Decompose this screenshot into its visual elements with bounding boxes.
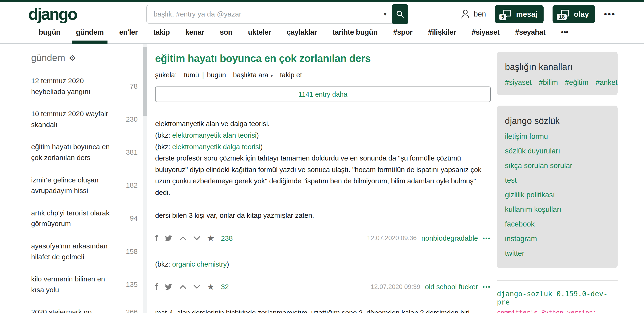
header-more-menu[interactable]: •••: [604, 9, 616, 19]
topic-list-item-count: 381: [126, 148, 138, 156]
filter-all-link[interactable]: tümü: [184, 71, 199, 79]
tab-gündem[interactable]: gündem: [76, 28, 104, 43]
footer-divider: [497, 280, 618, 281]
topic-list-item[interactable]: kilo vermenin bilinen en kısa yolu135: [31, 274, 138, 295]
favorite-star-icon[interactable]: ★: [207, 282, 214, 291]
filter-group: tümü | bugün: [184, 71, 226, 79]
topic-list-item-title: 10 temmuz 2020 wayfair skandalı: [31, 108, 118, 130]
topic-list-item-count: 230: [126, 115, 138, 123]
main-nav: bugüngündemen'lertakipkenarsonuktelerçay…: [0, 26, 644, 44]
tab-#ilişkiler[interactable]: #ilişkiler: [428, 28, 456, 43]
topic-list-item[interactable]: izmir'e gelince oluşan avrupadayım hissi…: [31, 175, 138, 196]
messages-label: mesaj: [516, 10, 538, 18]
channel-tag-#eğitim[interactable]: #eğitim: [565, 78, 588, 87]
sidebar-scrollbar-track: [143, 44, 146, 313]
tab-ukteler[interactable]: ukteler: [248, 28, 271, 43]
upvote-icon[interactable]: [179, 284, 187, 290]
search-in-topic-link[interactable]: başlıkta ara▾: [233, 71, 273, 79]
header-right-cluster: ben 5 mesaj 18 olay •••: [460, 5, 616, 23]
topic-list-item[interactable]: ayasofya'nın arkasından hilafet de gelme…: [31, 241, 138, 262]
site-link-gizlilik-politikası[interactable]: gizlilik politikası: [505, 191, 610, 199]
tab-bugün[interactable]: bugün: [39, 28, 60, 43]
site-link-instagram[interactable]: instagram: [505, 234, 610, 243]
bkz-link[interactable]: organic chemistry: [172, 260, 227, 268]
topic-list-item-title: izmir'e gelince oluşan avrupadayım hissi: [31, 175, 118, 196]
topic-list-item[interactable]: eğitim hayatı boyunca en çok zorlanılan …: [31, 142, 138, 163]
tab-takip[interactable]: takip: [153, 28, 170, 43]
bkz-link[interactable]: elektromanyetik dalga teorisi: [172, 143, 260, 150]
topic-channels-box: başlığın kanalları #siyaset#bilim#eğitim…: [497, 52, 618, 95]
share-twitter-icon[interactable]: [164, 283, 173, 290]
search-button[interactable]: [392, 4, 408, 24]
site-link-test[interactable]: test: [505, 176, 610, 184]
topic-view: eğitim hayatı boyunca en çok zorlanılan …: [155, 44, 491, 313]
follow-topic-link[interactable]: takip et: [280, 71, 302, 79]
favorite-star-icon[interactable]: ★: [207, 234, 214, 242]
topic-list-item-count: 266: [126, 308, 138, 313]
entry-meta: 12.07.2020 09:36nonbiodegradable•••: [367, 234, 491, 242]
tab-tarihte-bugün[interactable]: tarihte bugün: [332, 28, 378, 43]
tab-#siyaset[interactable]: #siyaset: [472, 28, 500, 43]
tab-çaylaklar[interactable]: çaylaklar: [287, 28, 317, 43]
entry-more-menu[interactable]: •••: [483, 284, 491, 290]
search-input[interactable]: [146, 5, 393, 24]
site-link-iletişim-formu[interactable]: iletişim formu: [505, 132, 610, 141]
site-link-facebook[interactable]: facebook: [505, 220, 610, 228]
site-link-kullanım-koşulları[interactable]: kullanım koşulları: [505, 205, 610, 214]
share-twitter-icon[interactable]: [164, 235, 173, 242]
search-dropdown-caret-icon[interactable]: ▾: [384, 11, 386, 18]
site-link-sıkça-sorulan-sorular[interactable]: sıkça sorulan sorular: [505, 162, 610, 170]
tab-en-ler[interactable]: en'ler: [119, 28, 138, 43]
topic-channels-tags: #siyaset#bilim#eğitim#anket: [505, 78, 610, 87]
upvote-icon[interactable]: [179, 236, 187, 241]
share-facebook-icon[interactable]: f: [155, 234, 158, 242]
tab-kenar[interactable]: kenar: [185, 28, 204, 43]
entry: mat-4. alan derslerinin hiçbirinde zorla…: [155, 307, 491, 313]
downvote-icon[interactable]: [193, 284, 200, 290]
entry-more-menu[interactable]: •••: [483, 235, 491, 242]
topic-list-item[interactable]: 10 temmuz 2020 wayfair skandalı230: [31, 108, 138, 130]
filter-today-link[interactable]: bugün: [207, 71, 226, 79]
app-version: django-sozluk 0.159.0-dev-pre: [497, 290, 618, 306]
channel-tag-#bilim[interactable]: #bilim: [539, 78, 558, 87]
left-sidebar-header: gündem ⚙: [31, 52, 138, 63]
user-menu[interactable]: ben: [460, 9, 486, 19]
site-link-sözlük-duyuruları[interactable]: sözlük duyuruları: [505, 147, 610, 155]
tab-#spor[interactable]: #spor: [393, 28, 412, 43]
entry: elektromanyetik alan ve dalga teorisi.(b…: [155, 118, 491, 242]
entry-footer: f★3212.07.2020 09:39old school fucker•••: [155, 282, 491, 291]
gear-icon[interactable]: ⚙: [69, 54, 76, 62]
topic-list-item-title: eğitim hayatı boyunca en çok zorlanılan …: [31, 142, 118, 163]
content: gündem ⚙ 12 temmuz 2020 heybeliada yangı…: [0, 44, 644, 313]
tab-son[interactable]: son: [220, 28, 232, 43]
entry-date[interactable]: 12.07.2020 09:39: [370, 283, 420, 290]
top-accent-bar: [0, 0, 644, 2]
channel-tag-#siyaset[interactable]: #siyaset: [505, 78, 532, 87]
topic-list-item[interactable]: 12 temmuz 2020 heybeliada yangını78: [31, 76, 138, 97]
sidebar-scrollbar-thumb[interactable]: [143, 47, 146, 116]
topic-title: eğitim hayatı boyunca en çok zorlanılan …: [155, 52, 491, 64]
topic-list-item[interactable]: 2020 steiermark gp266: [31, 307, 138, 313]
message-bubble-icon: 5: [501, 8, 512, 20]
downvote-icon[interactable]: [193, 236, 200, 241]
entry-date[interactable]: 12.07.2020 09:36: [367, 234, 416, 242]
load-more-entries-button[interactable]: 1141 entry daha: [155, 86, 491, 102]
topic-list-item-title: 2020 steiermark gp: [31, 307, 92, 313]
tab-more[interactable]: •••: [561, 28, 568, 43]
python-version: committer's Python version: 3.8.2: [497, 309, 618, 313]
event-bubble-icon: 18: [559, 8, 570, 20]
tab-#seyahat[interactable]: #seyahat: [515, 28, 546, 43]
entry-author[interactable]: old school fucker: [425, 283, 478, 291]
channel-tag-#anket[interactable]: #anket: [596, 78, 618, 87]
messages-button[interactable]: 5 mesaj: [495, 5, 544, 23]
site-link-twitter[interactable]: twitter: [505, 249, 610, 258]
search-in-topic-label: başlıkta ara: [233, 71, 268, 79]
site-logo[interactable]: django: [28, 6, 76, 22]
entry-author[interactable]: nonbiodegradable: [422, 234, 478, 242]
topic-list-item[interactable]: artık chp'yi terörist olarak görmüyorum9…: [31, 208, 138, 229]
chevron-down-icon: ▾: [270, 73, 273, 78]
share-facebook-icon[interactable]: f: [155, 282, 158, 291]
favorite-count: 32: [221, 283, 229, 291]
bkz-link[interactable]: elektromanyetik alan teorisi: [172, 131, 256, 139]
events-button[interactable]: 18 olay: [552, 5, 595, 23]
